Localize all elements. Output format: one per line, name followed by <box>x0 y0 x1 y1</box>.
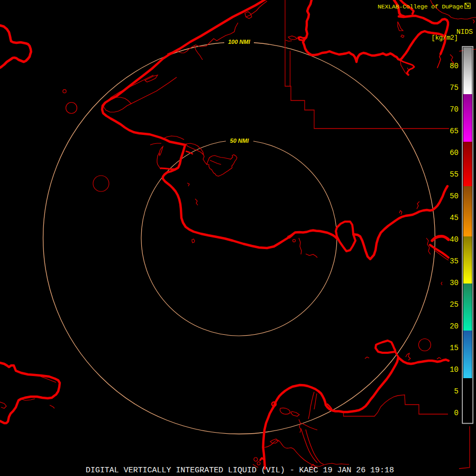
svg-text:NIDS: NIDS <box>456 28 473 36</box>
svg-text:[kg/m2]: [kg/m2] <box>432 34 459 42</box>
svg-text:60: 60 <box>450 149 459 157</box>
svg-text:DIGITAL VERTICALLY INTEGRATED: DIGITAL VERTICALLY INTEGRATED LIQUID (VI… <box>86 466 394 475</box>
svg-text:100 NMI: 100 NMI <box>228 39 251 45</box>
svg-text:0: 0 <box>454 409 459 417</box>
svg-text:70: 70 <box>450 105 459 114</box>
svg-text:35: 35 <box>450 257 459 266</box>
svg-text:75: 75 <box>450 84 459 92</box>
svg-text:65: 65 <box>450 127 459 135</box>
svg-text:30: 30 <box>450 279 459 287</box>
svg-text:80: 80 <box>450 62 459 70</box>
svg-text:NEXLAB-College of DuPage: NEXLAB-College of DuPage <box>378 3 463 10</box>
svg-text:25: 25 <box>450 300 459 309</box>
svg-text:20: 20 <box>450 322 459 331</box>
svg-text:50: 50 <box>450 192 459 200</box>
svg-text:40: 40 <box>450 235 459 244</box>
svg-text:45: 45 <box>450 214 459 222</box>
svg-text:55: 55 <box>450 170 459 179</box>
svg-text:15: 15 <box>450 344 459 352</box>
svg-text:10: 10 <box>450 365 459 374</box>
svg-text:50 NMI: 50 NMI <box>230 138 249 144</box>
svg-text:5: 5 <box>454 387 459 396</box>
